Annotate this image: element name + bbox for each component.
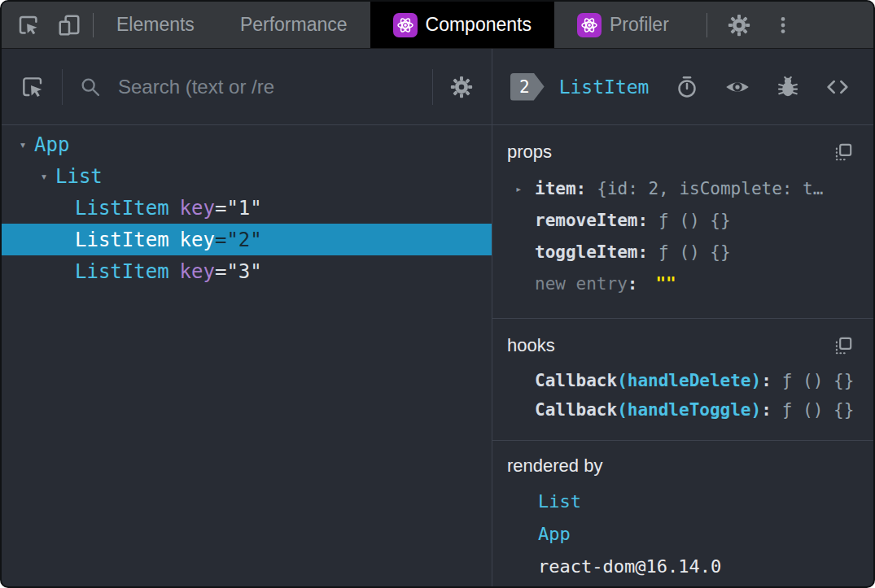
hooks-section: hooks Callback(handleDelete): ƒ () {} xyxy=(492,319,873,441)
hook-value: ƒ () {} xyxy=(782,371,855,390)
devtools-tab-bar: Elements Performance Components xyxy=(2,2,873,49)
view-source-code-icon[interactable] xyxy=(823,73,852,101)
hook-separator: : xyxy=(761,371,772,390)
chevron-down-icon[interactable]: ▾ xyxy=(33,169,55,184)
settings-gear-icon[interactable] xyxy=(725,11,753,39)
key-value: ="1" xyxy=(215,197,262,220)
renderer-version: react-dom@16.14.0 xyxy=(538,556,721,577)
inspect-element-icon[interactable] xyxy=(15,11,42,39)
hook-name: Callback xyxy=(535,371,617,390)
tree-row-listitem-1[interactable]: ListItem key ="1" xyxy=(2,192,492,224)
chevron-down-icon[interactable]: ▾ xyxy=(11,137,34,152)
suspend-stopwatch-icon[interactable] xyxy=(673,73,701,101)
hook-value: ƒ () {} xyxy=(782,400,855,420)
toolbar-divider xyxy=(432,69,433,105)
log-to-console-bug-icon[interactable] xyxy=(774,73,802,101)
prop-name: item xyxy=(535,179,576,198)
prop-row-removeitem: removeItem: ƒ () {} xyxy=(505,204,859,236)
more-options-icon[interactable] xyxy=(771,13,795,37)
hook-separator: : xyxy=(761,400,772,420)
component-name: ListItem xyxy=(75,229,169,251)
hooks-label: hooks xyxy=(507,335,555,356)
tab-performance[interactable]: Performance xyxy=(217,2,370,48)
rendered-by-section: rendered by List App react-dom@16.14.0 xyxy=(492,441,873,588)
key-value: ="2" xyxy=(215,229,262,251)
tab-elements[interactable]: Elements xyxy=(94,2,217,48)
new-entry-value[interactable]: "" xyxy=(655,274,676,294)
hook-row-handledelete: Callback(handleDelete): ƒ () {} xyxy=(505,366,859,395)
hook-row-handletoggle: Callback(handleToggle): ƒ () {} xyxy=(505,395,859,425)
devtools-window: Elements Performance Components xyxy=(0,0,875,588)
search-input[interactable] xyxy=(118,76,418,98)
prop-value: ƒ () {} xyxy=(658,211,731,230)
toolbar-divider xyxy=(707,13,707,37)
owner-row-list[interactable]: List xyxy=(505,485,859,517)
rendered-by-label: rendered by xyxy=(507,455,602,477)
tree-row-listitem-2-selected[interactable]: ListItem key ="2" xyxy=(2,224,492,255)
owner-link[interactable]: List xyxy=(538,491,581,512)
component-name: ListItem xyxy=(75,260,169,283)
tab-label: Elements xyxy=(116,14,195,36)
prop-separator: : xyxy=(628,274,638,294)
key-attribute: key xyxy=(180,197,215,220)
tab-label: Profiler xyxy=(610,14,669,36)
component-details-panel: 2 ListItem xyxy=(492,49,873,586)
prop-row-item[interactable]: ▸ item: {id: 2, isComplete: t… xyxy=(505,172,859,204)
copy-hooks-icon[interactable] xyxy=(831,333,855,358)
props-section: props ▸ item: {id: 2, isComplete: t… xyxy=(492,125,873,319)
react-logo-icon xyxy=(393,13,418,37)
prop-separator: : xyxy=(637,211,648,230)
components-tree-panel: ▾ App ▾ List ListItem key ="1" ListItem … xyxy=(2,49,492,586)
component-name: App xyxy=(34,133,69,156)
prop-name: removeItem xyxy=(535,211,637,230)
copy-props-icon[interactable] xyxy=(831,140,855,164)
hook-name: Callback xyxy=(535,400,617,420)
key-attribute: key xyxy=(180,260,215,283)
inspect-dom-eye-icon[interactable] xyxy=(722,73,753,101)
owner-row-react-dom: react-dom@16.14.0 xyxy=(505,550,859,582)
hook-arg: (handleToggle) xyxy=(617,400,761,420)
tree-toolbar xyxy=(2,49,492,125)
tab-label: Components xyxy=(426,14,532,36)
tab-label: Performance xyxy=(240,14,348,36)
prop-name: toggleItem xyxy=(535,242,637,262)
key-value: ="3" xyxy=(215,260,262,283)
component-name: ListItem xyxy=(75,197,169,220)
react-logo-icon xyxy=(577,13,602,37)
component-name: List xyxy=(55,165,103,188)
key-attribute: key xyxy=(180,229,215,251)
hook-arg: (handleDelete) xyxy=(617,371,761,390)
selected-component-title: ListItem xyxy=(559,76,658,98)
owner-index-badge: 2 xyxy=(510,73,545,101)
details-header: 2 ListItem xyxy=(492,49,873,125)
tree-settings-gear-icon[interactable] xyxy=(448,73,475,101)
prop-value: ƒ () {} xyxy=(658,242,731,262)
component-tree: ▾ App ▾ List ListItem key ="1" ListItem … xyxy=(2,125,492,287)
chevron-right-icon[interactable]: ▸ xyxy=(515,182,535,195)
prop-separator: : xyxy=(576,179,587,198)
tab-profiler[interactable]: Profiler xyxy=(554,2,692,48)
props-label: props xyxy=(507,142,552,163)
tree-row-list[interactable]: ▾ List xyxy=(2,160,492,192)
owner-row-app[interactable]: App xyxy=(505,517,859,550)
owner-link[interactable]: App xyxy=(538,524,571,544)
tree-row-listitem-3[interactable]: ListItem key ="3" xyxy=(2,255,492,287)
tab-components[interactable]: Components xyxy=(370,2,554,48)
tree-row-app[interactable]: ▾ App xyxy=(2,128,492,160)
prop-value: {id: 2, isComplete: t… xyxy=(597,179,823,198)
new-entry-name[interactable]: new entry xyxy=(535,274,628,294)
prop-row-toggleitem: toggleItem: ƒ () {} xyxy=(505,236,859,268)
toolbar-divider xyxy=(62,69,63,105)
device-toolbar-icon[interactable] xyxy=(55,11,83,39)
prop-separator: : xyxy=(637,242,648,262)
prop-row-new-entry[interactable]: new entry: "" xyxy=(505,268,859,299)
search-icon xyxy=(77,74,103,100)
select-element-icon[interactable] xyxy=(18,72,47,102)
